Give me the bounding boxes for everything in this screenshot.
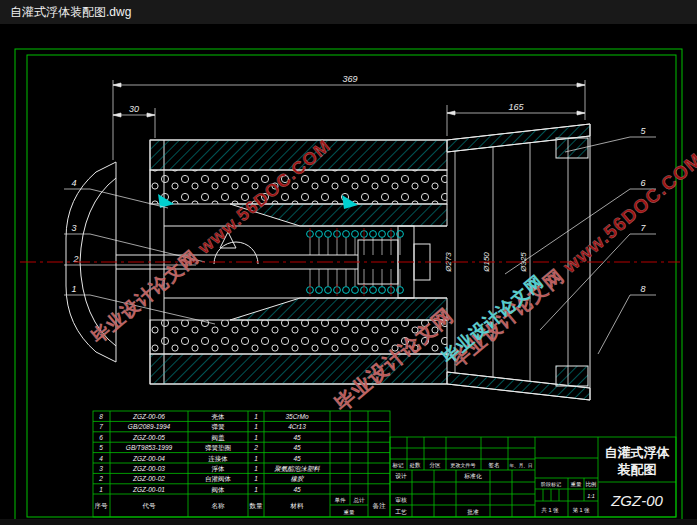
file-title: 自灌式浮体装配图.dwg xyxy=(10,4,131,21)
label-stage-mark: 阶段标记 xyxy=(541,481,561,488)
bottom-strip xyxy=(0,519,697,525)
header-code: 代号 xyxy=(142,502,157,509)
balloon-8: 8 xyxy=(640,284,645,294)
cad-drawing: 369 30 165 Ø273 Ø150 Ø325 4 3 2 xyxy=(0,24,697,525)
cone-rim-hatch-bottom xyxy=(556,366,588,386)
title-block: 标记 处数 分区 更改文件号 签名 年、月、日 设计 标准化 审核 工艺 批准 … xyxy=(390,437,676,517)
part-material: 4Cr13 xyxy=(288,423,306,430)
part-material: 聚氨酯泡沫塑料 xyxy=(274,465,320,472)
wedge-hatch-bottom xyxy=(230,298,447,320)
part-qty: 1 xyxy=(254,465,258,472)
part-code: GB/T9853-1999 xyxy=(126,444,173,451)
header-qty: 数量 xyxy=(249,502,264,509)
label-approve: 批准 xyxy=(467,509,479,516)
part-no: 8 xyxy=(99,413,103,420)
part-name: 弹簧 xyxy=(212,423,226,431)
parts-row: 1 ZGZ-00-01 阀体 1 45 xyxy=(99,486,301,494)
parts-row: 5 GB/T9853-1999 弹簧垫圈 2 45 xyxy=(99,444,301,452)
part-no: 4 xyxy=(99,455,103,462)
part-material: 45 xyxy=(293,434,301,441)
part-code: GB/2089-1994 xyxy=(128,423,171,430)
drawing-title-area: 自灌式浮体 装配图 ZGZ-00 xyxy=(605,445,671,509)
label-weight: 重量 xyxy=(571,481,583,487)
label-mark: 标记 xyxy=(392,462,405,469)
part-material: 45 xyxy=(293,455,301,462)
part-material: 橡胶 xyxy=(291,475,306,482)
label-date: 年、月、日 xyxy=(510,463,533,469)
header-weight: 重量 xyxy=(344,509,356,515)
dim-left: 30 xyxy=(129,104,139,114)
part-code: ZGZ-00-02 xyxy=(132,475,165,482)
part-qty: 1 xyxy=(254,475,258,482)
drawing-title-line1: 自灌式浮体 xyxy=(605,445,671,460)
header-remark: 备注 xyxy=(373,502,387,510)
part-qty: 2 xyxy=(253,444,258,451)
drawing-number: ZGZ-00 xyxy=(610,492,663,509)
part-name: 弹簧垫圈 xyxy=(205,444,231,452)
label-zone: 分区 xyxy=(430,462,442,468)
header-material: 材料 xyxy=(290,502,305,510)
label-sign: 签名 xyxy=(489,462,500,469)
part-no: 6 xyxy=(99,434,103,441)
part-name: 连接体 xyxy=(208,455,228,462)
balloon-6: 6 xyxy=(640,178,645,188)
drawing-title-line2: 装配图 xyxy=(617,462,657,477)
parts-row: 3 ZGZ-00-03 浮体 1 聚氨酯泡沫塑料 xyxy=(99,465,320,473)
label-sheet-no: 第 1 张 xyxy=(572,507,590,514)
scale-value: 1:1 xyxy=(587,493,595,499)
part-code: ZGZ-00-04 xyxy=(132,455,165,462)
label-sheets-total: 共 1 张 xyxy=(540,507,559,514)
balloon-3: 3 xyxy=(71,223,76,233)
part-no: 1 xyxy=(99,486,103,493)
dim-overall: 369 xyxy=(342,74,357,84)
part-qty: 1 xyxy=(254,423,258,430)
part-qty: 1 xyxy=(254,434,258,441)
label-standard: 标准化 xyxy=(463,473,482,480)
label-change-file: 更改文件号 xyxy=(451,462,476,468)
part-qty: 1 xyxy=(254,413,258,420)
label-process: 工艺 xyxy=(395,508,407,515)
header-name: 名称 xyxy=(212,502,226,510)
scale-block: 阶段标记 重量 比例 1:1 共 1 张 第 1 张 xyxy=(540,481,596,514)
part-material: 35CrMo xyxy=(285,413,309,420)
part-name: 阀盖 xyxy=(212,434,226,442)
balloon-5: 5 xyxy=(640,126,646,136)
parts-row: 8 ZGZ-00-06 壳体 1 35CrMo xyxy=(99,413,309,421)
cad-canvas[interactable]: 369 30 165 Ø273 Ø150 Ø325 4 3 2 xyxy=(0,24,697,525)
header-total: 总计 xyxy=(353,497,366,503)
parts-row: 7 GB/2089-1994 弹簧 1 4Cr13 xyxy=(99,423,306,431)
part-qty: 1 xyxy=(254,455,258,462)
part-code: ZGZ-00-03 xyxy=(132,465,165,472)
parts-row: 4 ZGZ-00-04 连接体 1 45 xyxy=(99,455,301,462)
label-review: 审核 xyxy=(395,496,407,503)
part-no: 7 xyxy=(99,423,103,430)
part-no: 5 xyxy=(99,444,103,451)
part-no: 3 xyxy=(99,465,103,472)
parts-row: 2 ZGZ-00-02 自灌阀体 1 橡胶 xyxy=(98,475,305,483)
balloon-1: 1 xyxy=(71,284,76,294)
header-unit: 单件 xyxy=(335,497,347,503)
dim-right: 165 xyxy=(508,102,524,112)
part-code: ZGZ-00-05 xyxy=(132,434,165,441)
part-material: 45 xyxy=(293,444,301,451)
part-qty: 1 xyxy=(254,486,258,493)
part-name: 壳体 xyxy=(212,413,226,421)
parts-table: 8 ZGZ-00-06 壳体 1 35CrMo 7 GB/2089-1994 弹… xyxy=(93,411,390,517)
label-ratio: 比例 xyxy=(586,481,597,488)
label-count: 处数 xyxy=(410,462,422,469)
parts-row: 6 ZGZ-00-05 阀盖 1 45 xyxy=(99,434,301,442)
part-name: 浮体 xyxy=(212,465,226,473)
part-name: 自灌阀体 xyxy=(205,475,232,483)
parts-table-header: 序号 代号 名称 数量 材料 单件 总计 重量 备注 xyxy=(95,497,387,515)
header-no: 序号 xyxy=(95,502,109,509)
balloon-7: 7 xyxy=(640,223,646,233)
part-code: ZGZ-00-06 xyxy=(132,413,165,420)
inner-frame xyxy=(27,55,676,517)
label-design: 设计 xyxy=(395,472,407,479)
window-title-bar: 自灌式浮体装配图.dwg xyxy=(0,0,697,25)
part-no: 2 xyxy=(98,475,103,482)
app-window: 自灌式浮体装配图.dwg xyxy=(0,0,697,525)
part-material: 45 xyxy=(293,486,301,493)
revision-header: 标记 处数 分区 更改文件号 签名 年、月、日 xyxy=(392,462,533,469)
balloon-4: 4 xyxy=(71,178,76,188)
